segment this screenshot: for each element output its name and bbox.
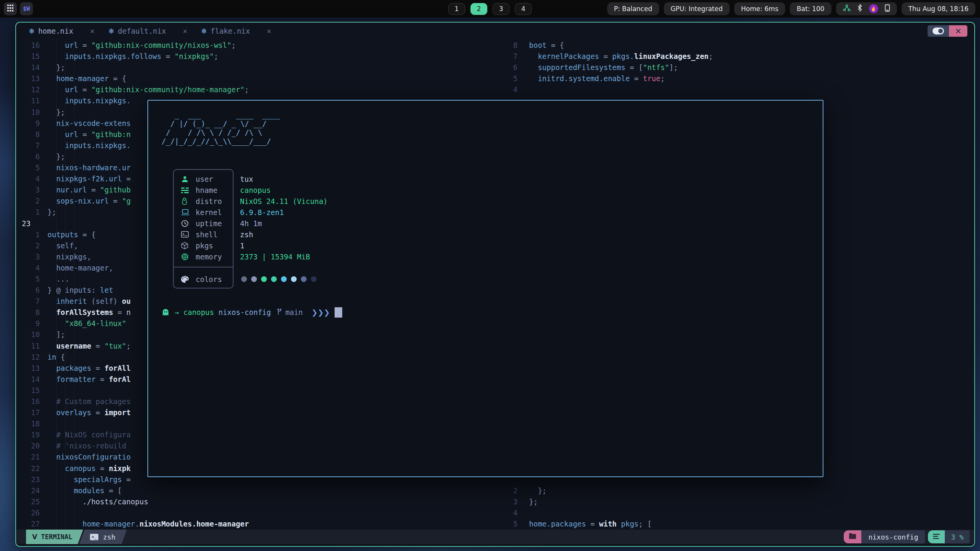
line-number: 7 (16, 140, 40, 151)
tab-close-icon[interactable]: × (183, 27, 187, 35)
code-row: 2 }; (498, 485, 974, 496)
status-pill[interactable]: Bat: 100 (790, 2, 831, 15)
line-number: 9 (16, 318, 40, 329)
network-icon[interactable] (843, 4, 851, 13)
prompt-directory: nixos-config (218, 306, 271, 318)
fetch-value: tux (240, 175, 253, 183)
editor-tab[interactable]: ❄ default.nix × (108, 27, 187, 35)
line-number: 5 (498, 518, 518, 530)
code-row: 4 (498, 84, 974, 95)
line-number: 1 (16, 207, 40, 218)
line-number: 12 (16, 352, 40, 363)
line-number: 21 (16, 452, 40, 463)
tab-label: home.nix (38, 27, 74, 35)
app-launcher-button[interactable] (4, 2, 17, 15)
line-number: 11 (16, 341, 40, 352)
lines-icon (933, 533, 940, 541)
shell-segment[interactable]: >_ zsh (79, 530, 127, 544)
code-row: 8 boot = { (498, 40, 974, 51)
shell-prompt[interactable]: → canopus nixos-config main ❯❯❯ (162, 306, 342, 318)
fetch-value: 4h 1m (240, 219, 262, 228)
status-pill[interactable]: Home: 6ms (734, 2, 786, 15)
line-number: 17 (16, 407, 40, 418)
code-row: 6 supportedFilesystems = ["ntfs"]; (498, 62, 974, 73)
laptop-icon (181, 209, 190, 215)
repo-label: nixos-config (868, 533, 918, 541)
fetch-value: zsh (240, 230, 253, 239)
repo-segment[interactable]: nixos-config (861, 530, 925, 543)
tab-close-icon[interactable]: × (267, 27, 271, 35)
line-number: 14 (16, 62, 40, 73)
fetch-colors-row: colors (148, 274, 823, 285)
window-toggle-button[interactable] (928, 25, 949, 37)
grid-icon (7, 5, 13, 13)
line-number: 26 (16, 507, 40, 518)
line-number: 4 (16, 262, 40, 274)
workspace-switcher: 1234 (448, 3, 532, 15)
code-row: 25 ./hosts/canopus (16, 496, 497, 507)
code-row: 7 kernelPackages = pkgs.linuxPackages_ze… (498, 51, 974, 62)
line-number: 6 (498, 62, 518, 73)
fetch-row: memory 2373 | 15394 MiB (148, 251, 823, 262)
line-number: 20 (16, 440, 40, 452)
fetch-row: uptime 4h 1m (148, 218, 823, 229)
line-number: 10 (16, 329, 40, 340)
toggle-icon (933, 28, 944, 34)
terminal-icon: >_ (90, 534, 98, 540)
folder-segment (844, 530, 861, 543)
terminal-color-dots (241, 276, 317, 282)
workspace-button[interactable]: 2 (470, 3, 487, 15)
close-icon: × (955, 26, 962, 36)
line-number: 24 (16, 485, 40, 496)
mode-label: TERMINAL (41, 533, 72, 541)
clock[interactable]: Thu Aug 08, 18:16 (902, 2, 975, 15)
line-number: 22 (16, 463, 40, 474)
mode-segment: V TERMINAL (26, 530, 83, 544)
workspace-button[interactable]: 3 (493, 3, 510, 15)
workspace-button[interactable]: 1 (448, 3, 465, 15)
line-number: 5 (16, 162, 40, 173)
prompt-host: canopus (183, 306, 214, 318)
code-row: 26 (16, 507, 497, 518)
line-number: 5 (498, 73, 518, 84)
editor-tab[interactable]: ❄ home.nix × (29, 27, 95, 35)
git-branch-icon (277, 308, 282, 316)
editor-tab[interactable]: ❄ flake.nix × (201, 27, 271, 35)
window-close-button[interactable]: × (949, 25, 967, 37)
line-number: 4 (498, 507, 518, 518)
topbar-pills: P: BalancedGPU: IntegratedHome: 6msBat: … (607, 2, 831, 15)
fetch-row: pkgs 1 (148, 240, 823, 251)
special-workspace-label: $W (23, 5, 30, 12)
bluetooth-icon[interactable] (857, 4, 862, 13)
workspace-button[interactable]: 4 (515, 3, 532, 15)
status-pill[interactable]: GPU: Integrated (664, 2, 730, 15)
line-number: 16 (16, 396, 40, 407)
line-number: 7 (498, 51, 518, 62)
line-number: 3 (16, 184, 40, 196)
package-icon (181, 242, 190, 249)
line-number: 15 (16, 51, 40, 62)
palette-icon (181, 276, 190, 283)
flameshot-icon[interactable] (869, 4, 878, 13)
special-workspace-button[interactable]: $W (20, 2, 33, 15)
line-number: 25 (16, 496, 40, 507)
code-row: 5 home.packages = with pkgs; [ (498, 518, 974, 530)
fetch-value: 1 (240, 241, 244, 250)
scroll-percent: 3 % (951, 533, 964, 541)
code-row: 4 (498, 507, 974, 518)
line-number: 4 (16, 173, 40, 184)
editor-window: ❄ home.nix × ❄ default.nix × ❄ flake.nix… (15, 22, 975, 547)
editor-area: 16 url = "github:nix-community/nixos-wsl… (16, 39, 974, 530)
code-row: 27 home-manager.nixosModules.home-manage… (16, 518, 497, 530)
phone-icon[interactable] (885, 4, 890, 13)
line-number: 3 (498, 496, 518, 507)
line-number: 19 (16, 429, 40, 440)
code-row: 24 modules = [ (16, 485, 497, 496)
floating-terminal[interactable]: _ ___ ____ ____ / |/ (_)_ __/ _ \/ __/ /… (147, 100, 823, 477)
code-row: 15 inputs.nixpkgs.follows = "nixpkgs"; (16, 51, 497, 62)
nix-snowflake-icon: ❄ (108, 27, 114, 35)
status-pill[interactable]: P: Balanced (607, 2, 659, 15)
tab-close-icon[interactable]: × (90, 27, 94, 35)
line-number: 6 (16, 151, 40, 162)
fetch-row: user tux (148, 173, 823, 184)
